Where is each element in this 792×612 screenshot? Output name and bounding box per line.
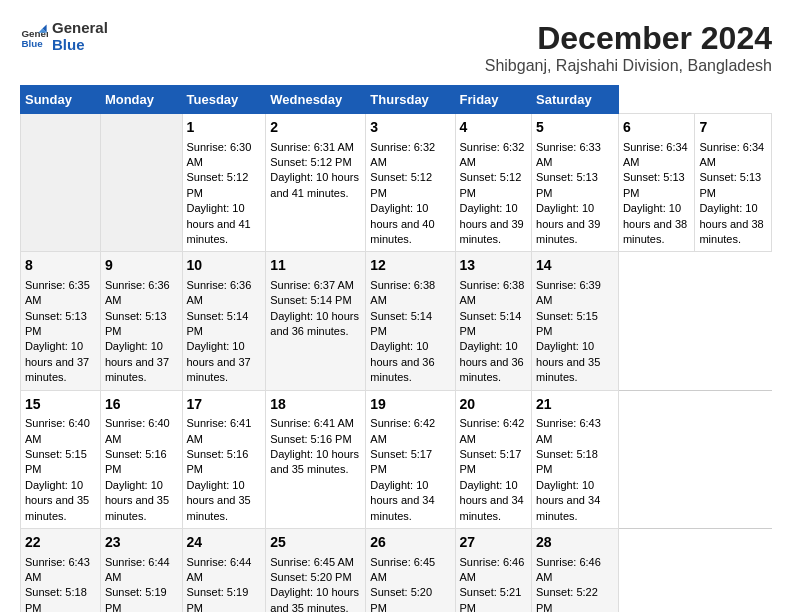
day-number: 7 <box>699 118 767 138</box>
day-number: 27 <box>460 533 528 553</box>
daylight-text: Daylight: 10 hours and 34 minutes. <box>536 479 600 522</box>
sunset-text: Sunset: 5:20 PM <box>270 571 351 583</box>
calendar-cell: 2Sunrise: 6:31 AMSunset: 5:12 PMDaylight… <box>266 114 366 252</box>
sunset-text: Sunset: 5:13 PM <box>25 310 87 337</box>
sunrise-text: Sunrise: 6:42 AM <box>460 417 525 444</box>
calendar-cell: 28Sunrise: 6:46 AMSunset: 5:22 PMDayligh… <box>532 528 619 612</box>
daylight-text: Daylight: 10 hours and 35 minutes. <box>187 479 251 522</box>
day-number: 19 <box>370 395 450 415</box>
sunset-text: Sunset: 5:18 PM <box>536 448 598 475</box>
sunset-text: Sunset: 5:14 PM <box>187 310 249 337</box>
day-number: 28 <box>536 533 614 553</box>
header-day-friday: Friday <box>455 86 532 114</box>
day-number: 24 <box>187 533 262 553</box>
daylight-text: Daylight: 10 hours and 37 minutes. <box>25 340 89 383</box>
daylight-text: Daylight: 10 hours and 38 minutes. <box>623 202 687 245</box>
calendar-cell: 8Sunrise: 6:35 AMSunset: 5:13 PMDaylight… <box>21 252 101 390</box>
day-number: 5 <box>536 118 614 138</box>
sunset-text: Sunset: 5:16 PM <box>270 433 351 445</box>
logo-text-general: General <box>52 20 108 37</box>
daylight-text: Daylight: 10 hours and 34 minutes. <box>370 479 434 522</box>
sunrise-text: Sunrise: 6:38 AM <box>460 279 525 306</box>
sunrise-text: Sunrise: 6:43 AM <box>25 556 90 583</box>
sunrise-text: Sunrise: 6:42 AM <box>370 417 435 444</box>
calendar-cell: 4Sunrise: 6:32 AMSunset: 5:12 PMDaylight… <box>455 114 532 252</box>
sunset-text: Sunset: 5:14 PM <box>370 310 432 337</box>
calendar-cell: 17Sunrise: 6:41 AMSunset: 5:16 PMDayligh… <box>182 390 266 528</box>
calendar-cell: 9Sunrise: 6:36 AMSunset: 5:13 PMDaylight… <box>100 252 182 390</box>
sunset-text: Sunset: 5:13 PM <box>105 310 167 337</box>
calendar-cell: 3Sunrise: 6:32 AMSunset: 5:12 PMDaylight… <box>366 114 455 252</box>
sunrise-text: Sunrise: 6:35 AM <box>25 279 90 306</box>
page-header: General Blue General Blue December 2024 … <box>20 20 772 75</box>
sunset-text: Sunset: 5:18 PM <box>25 586 87 612</box>
calendar-cell: 1Sunrise: 6:30 AMSunset: 5:12 PMDaylight… <box>182 114 266 252</box>
sunset-text: Sunset: 5:16 PM <box>187 448 249 475</box>
daylight-text: Daylight: 10 hours and 34 minutes. <box>460 479 524 522</box>
calendar-title: December 2024 <box>485 20 772 57</box>
header-day-wednesday: Wednesday <box>266 86 366 114</box>
title-section: December 2024 Shibganj, Rajshahi Divisio… <box>485 20 772 75</box>
day-number: 1 <box>187 118 262 138</box>
day-number: 23 <box>105 533 178 553</box>
calendar-cell: 13Sunrise: 6:38 AMSunset: 5:14 PMDayligh… <box>455 252 532 390</box>
calendar-cell: 5Sunrise: 6:33 AMSunset: 5:13 PMDaylight… <box>532 114 619 252</box>
logo-icon: General Blue <box>20 23 48 51</box>
calendar-cell: 21Sunrise: 6:43 AMSunset: 5:18 PMDayligh… <box>532 390 619 528</box>
calendar-cell <box>100 114 182 252</box>
daylight-text: Daylight: 10 hours and 35 minutes. <box>270 586 359 612</box>
daylight-text: Daylight: 10 hours and 36 minutes. <box>370 340 434 383</box>
sunrise-text: Sunrise: 6:41 AM <box>187 417 252 444</box>
calendar-header: SundayMondayTuesdayWednesdayThursdayFrid… <box>21 86 772 114</box>
sunset-text: Sunset: 5:14 PM <box>270 294 351 306</box>
daylight-text: Daylight: 10 hours and 35 minutes. <box>105 479 169 522</box>
calendar-table: SundayMondayTuesdayWednesdayThursdayFrid… <box>20 85 772 612</box>
calendar-cell: 22Sunrise: 6:43 AMSunset: 5:18 PMDayligh… <box>21 528 101 612</box>
day-number: 25 <box>270 533 361 553</box>
daylight-text: Daylight: 10 hours and 41 minutes. <box>187 202 251 245</box>
daylight-text: Daylight: 10 hours and 35 minutes. <box>536 340 600 383</box>
sunset-text: Sunset: 5:15 PM <box>25 448 87 475</box>
sunrise-text: Sunrise: 6:45 AM <box>370 556 435 583</box>
sunrise-text: Sunrise: 6:32 AM <box>370 141 435 168</box>
calendar-cell <box>21 114 101 252</box>
sunrise-text: Sunrise: 6:34 AM <box>623 141 688 168</box>
day-number: 4 <box>460 118 528 138</box>
daylight-text: Daylight: 10 hours and 37 minutes. <box>105 340 169 383</box>
calendar-body: 1Sunrise: 6:30 AMSunset: 5:12 PMDaylight… <box>21 114 772 613</box>
day-number: 13 <box>460 256 528 276</box>
header-day-monday: Monday <box>100 86 182 114</box>
day-number: 15 <box>25 395 96 415</box>
sunrise-text: Sunrise: 6:43 AM <box>536 417 601 444</box>
calendar-week-3: 15Sunrise: 6:40 AMSunset: 5:15 PMDayligh… <box>21 390 772 528</box>
sunset-text: Sunset: 5:12 PM <box>187 171 249 198</box>
sunset-text: Sunset: 5:13 PM <box>699 171 761 198</box>
daylight-text: Daylight: 10 hours and 39 minutes. <box>536 202 600 245</box>
calendar-cell: 10Sunrise: 6:36 AMSunset: 5:14 PMDayligh… <box>182 252 266 390</box>
sunrise-text: Sunrise: 6:36 AM <box>187 279 252 306</box>
daylight-text: Daylight: 10 hours and 36 minutes. <box>270 310 359 337</box>
day-number: 26 <box>370 533 450 553</box>
day-number: 16 <box>105 395 178 415</box>
header-row: SundayMondayTuesdayWednesdayThursdayFrid… <box>21 86 772 114</box>
sunset-text: Sunset: 5:16 PM <box>105 448 167 475</box>
calendar-cell: 6Sunrise: 6:34 AMSunset: 5:13 PMDaylight… <box>618 114 695 252</box>
calendar-cell: 16Sunrise: 6:40 AMSunset: 5:16 PMDayligh… <box>100 390 182 528</box>
calendar-week-4: 22Sunrise: 6:43 AMSunset: 5:18 PMDayligh… <box>21 528 772 612</box>
day-number: 6 <box>623 118 691 138</box>
day-number: 20 <box>460 395 528 415</box>
sunset-text: Sunset: 5:21 PM <box>460 586 522 612</box>
calendar-cell: 26Sunrise: 6:45 AMSunset: 5:20 PMDayligh… <box>366 528 455 612</box>
daylight-text: Daylight: 10 hours and 41 minutes. <box>270 171 359 198</box>
daylight-text: Daylight: 10 hours and 35 minutes. <box>270 448 359 475</box>
calendar-subtitle: Shibganj, Rajshahi Division, Bangladesh <box>485 57 772 75</box>
sunset-text: Sunset: 5:19 PM <box>187 586 249 612</box>
day-number: 21 <box>536 395 614 415</box>
sunset-text: Sunset: 5:19 PM <box>105 586 167 612</box>
calendar-cell: 18Sunrise: 6:41 AMSunset: 5:16 PMDayligh… <box>266 390 366 528</box>
sunrise-text: Sunrise: 6:38 AM <box>370 279 435 306</box>
calendar-cell: 19Sunrise: 6:42 AMSunset: 5:17 PMDayligh… <box>366 390 455 528</box>
day-number: 17 <box>187 395 262 415</box>
day-number: 14 <box>536 256 614 276</box>
sunrise-text: Sunrise: 6:44 AM <box>105 556 170 583</box>
